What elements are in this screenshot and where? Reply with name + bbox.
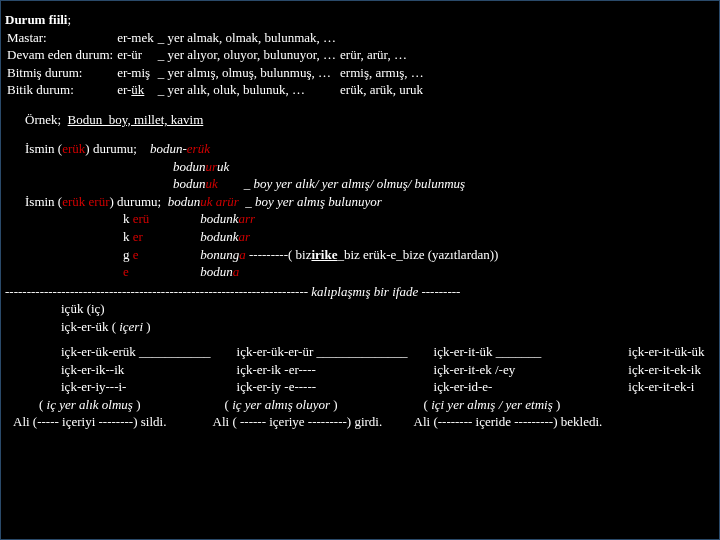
col-4: içk-er-it-ük-ük içk-er-it-ek-ik içk-er-i… <box>628 343 704 431</box>
txt: _biz erük-e_bize (yazıtlardan)) <box>337 247 498 262</box>
cell-form: er-mek <box>117 30 154 45</box>
txt: ar <box>239 229 251 244</box>
txt: ( <box>39 397 47 412</box>
txt: ur <box>206 159 218 174</box>
txt: ) <box>553 397 561 412</box>
txt: Ali (----- içeriyi --------) sildi. <box>13 413 211 431</box>
txt: a <box>239 247 246 262</box>
txt: a <box>233 264 240 279</box>
txt: e <box>133 247 139 262</box>
cell-gloss: _ yer almış, olmuş, bulunmuş, … <box>156 64 338 82</box>
table-row: Devam eden durum: er-ür _ yer alıyor, ol… <box>5 46 426 64</box>
slide: Durum fiili; Mastar: er-mek _ yer almak,… <box>0 0 720 540</box>
separator-line: ----------------------------------------… <box>5 283 715 301</box>
txt: İsmin ( <box>25 141 62 156</box>
example-line: Örnek; Bodun_boy, millet, kavim <box>5 111 715 129</box>
txt: ) <box>133 397 141 412</box>
ismin-eruk-head: İsmin (erük) durumu; bodun-erük <box>5 140 715 158</box>
cell-label: Mastar: <box>5 29 115 47</box>
cell-label: Devam eden durum: <box>5 46 115 64</box>
txt: iç yer almış oluyor <box>232 397 330 412</box>
txt: bodun <box>200 264 233 279</box>
ismin-eruk-f3: bodunuk _ boy yer alık/ yer almış/ olmuş… <box>5 175 715 193</box>
txt: içk-er-iy---i- <box>61 378 211 396</box>
txt: ( <box>424 397 432 412</box>
txt: uk arür <box>200 194 239 209</box>
txt: bodun- <box>150 141 187 156</box>
section-title: Durum fiili; <box>5 11 715 29</box>
txt: içk-er-ik--ik <box>61 361 211 379</box>
txt: uk <box>206 176 218 191</box>
ladder-row: e boduna <box>5 263 715 281</box>
txt: içk-er-iy -e----- <box>237 378 408 396</box>
txt: arr <box>239 211 256 226</box>
txt: içk-er-ük-er-ür <box>237 344 314 359</box>
txt: ) durumu; <box>110 194 162 209</box>
table-row: Bitik durum: er-ük _ yer alık, oluk, bul… <box>5 81 426 99</box>
txt: uk <box>217 159 229 174</box>
txt: içk-er-it-ek /-ey <box>434 361 603 379</box>
columns: içk-er-ük-erük ___________ içk-er-ik--ik… <box>5 343 715 431</box>
cell-form-pre: er- <box>117 82 131 97</box>
txt: içk-er-it-ük-ük <box>628 343 704 361</box>
cell-label: Bitik durum: <box>5 81 115 99</box>
txt: Ali (-------- içeride ---------) bekledi… <box>414 413 603 431</box>
txt: içk-er-ük-erük <box>61 344 136 359</box>
txt: e <box>123 264 129 279</box>
txt: içi yer almış / yer etmiş <box>431 397 553 412</box>
ladder-row: k erü bodunkarr <box>5 210 715 228</box>
example-rest: Bodun_boy, millet, kavim <box>68 112 204 127</box>
txt: ___________ <box>139 344 211 359</box>
txt: _ boy yer alık/ yer almış/ olmuş/ bulunm… <box>244 176 465 191</box>
cell-extra <box>338 29 426 47</box>
txt: irike <box>311 247 337 262</box>
cell-extra: ermiş, armış, … <box>338 64 426 82</box>
title-suffix: ; <box>67 12 71 27</box>
txt: içk-er-id-e- <box>434 378 603 396</box>
cell-extra: erür, arür, … <box>338 46 426 64</box>
title-label: Durum fiili <box>5 12 67 27</box>
ismin-erur-line: İsmin (erük erür) durumu; bodunuk arür _… <box>5 193 715 211</box>
txt: bodun <box>173 176 206 191</box>
txt: içk-er-ik -er---- <box>237 361 408 379</box>
txt: er <box>133 229 143 244</box>
txt: içk-er-it-ek-i <box>628 378 704 396</box>
col-1: içk-er-ük-erük ___________ içk-er-ik--ik… <box>61 343 211 431</box>
txt: erük <box>187 141 210 156</box>
table-row: Mastar: er-mek _ yer almak, olmak, bulun… <box>5 29 426 47</box>
txt: bodun <box>173 159 206 174</box>
txt: erü <box>133 211 150 226</box>
cell-gloss: _ yer almak, olmak, bulunmak, … <box>156 29 338 47</box>
txt: k <box>123 211 133 226</box>
txt: İsmin ( <box>25 194 62 209</box>
txt: ---------( <box>249 247 292 262</box>
txt: içk-er-it-ük <box>434 344 493 359</box>
txt: erük <box>62 194 88 209</box>
col-3: içk-er-it-ük _______ içk-er-it-ek /-ey i… <box>434 343 603 431</box>
txt: bodun <box>168 194 201 209</box>
cell-gloss: _ yer alık, oluk, bulunuk, … <box>156 81 338 99</box>
cell-form: er-ür <box>117 47 142 62</box>
txt: g <box>123 247 133 262</box>
col-2: içk-er-ük-er-ür ______________ içk-er-ik… <box>237 343 408 431</box>
txt: bonung <box>200 247 239 262</box>
table-states: Mastar: er-mek _ yer almak, olmak, bulun… <box>5 29 426 99</box>
txt: bodunk <box>200 229 238 244</box>
txt: ) <box>330 397 338 412</box>
cell-label: Bitmiş durum: <box>5 64 115 82</box>
txt: _ boy yer almış bulunuyor <box>245 194 381 209</box>
txt: ______________ <box>317 344 408 359</box>
txt: _______ <box>496 344 542 359</box>
txt: erür <box>89 194 110 209</box>
cell-form-u: ük <box>131 82 144 97</box>
txt: k <box>123 229 133 244</box>
cell-gloss: _ yer alıyor, oluyor, bulunuyor, … <box>156 46 338 64</box>
txt: biz <box>292 247 311 262</box>
table-row: Bitmiş durum: er-miş _ yer almış, olmuş,… <box>5 64 426 82</box>
ladder-row: k er bodunkar <box>5 228 715 246</box>
txt: Ali ( ------ içeriye ---------) girdi. <box>213 413 408 431</box>
cell-extra: erük, arük, uruk <box>338 81 426 99</box>
txt: iç yer alık olmuş <box>47 397 133 412</box>
txt: içeri <box>119 319 143 334</box>
ladder-row: g e bonunga ---------( bizirike_biz erük… <box>5 246 715 264</box>
